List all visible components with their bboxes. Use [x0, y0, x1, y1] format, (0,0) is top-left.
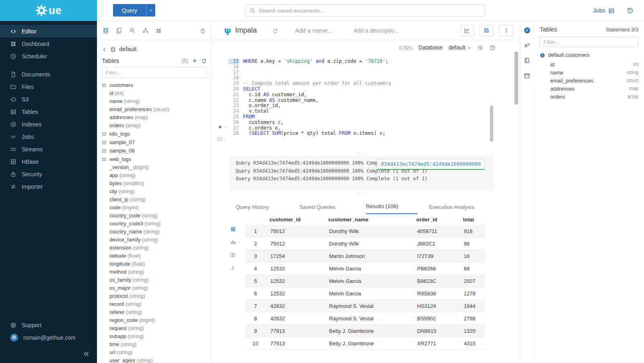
- assist-column-item[interactable]: country_code3 (string): [97, 220, 212, 228]
- query-name-field[interactable]: Add a name...: [295, 27, 333, 34]
- query-reload-button[interactable]: [272, 27, 278, 34]
- history-button[interactable]: [627, 7, 634, 14]
- table-row[interactable]: 175012Dorothy Wilk4056711918: [245, 225, 485, 237]
- assist-table-item-sample-08[interactable]: sample_08: [97, 146, 212, 155]
- assist-column-item[interactable]: method (string): [97, 268, 212, 276]
- query-description-field[interactable]: Add a descriptio...: [354, 27, 399, 34]
- assist-table-item-web-logs[interactable]: web_logs: [97, 155, 212, 163]
- table-row[interactable]: 742632Raymond S. VestalHS31241944: [245, 300, 485, 312]
- table-row[interactable]: 1077913Betty J. GiambroneXR27714315: [245, 337, 485, 350]
- assist-column-item[interactable]: orders (array): [97, 122, 212, 130]
- assist-column-item[interactable]: country_name (string): [97, 228, 212, 236]
- assistant-button[interactable]: [523, 27, 531, 34]
- documents-browser-button[interactable]: [116, 27, 122, 34]
- sidebar-item-indexes[interactable]: Indexes: [0, 118, 97, 130]
- snippet-settings-button[interactable]: [217, 135, 226, 142]
- code-line[interactable]: [243, 75, 520, 81]
- assist-column-item[interactable]: device_family (string): [97, 236, 212, 244]
- assist-column-item[interactable]: request (string): [97, 324, 212, 332]
- chart-view-button[interactable]: [230, 238, 240, 245]
- assist-column-item[interactable]: record (string): [97, 300, 212, 308]
- jobs-link[interactable]: Jobs: [593, 7, 615, 14]
- settings-button[interactable]: [477, 44, 484, 51]
- global-search[interactable]: [245, 4, 486, 16]
- assist-column-item[interactable]: code (tinyint): [97, 204, 212, 212]
- result-column-header-total[interactable]: total: [459, 217, 485, 223]
- sidebar-item-streams[interactable]: Streams: [0, 143, 97, 155]
- run-query-button[interactable]: [218, 123, 228, 130]
- sidebar-item-hbase[interactable]: HBase: [0, 155, 97, 168]
- breadcrumb-database[interactable]: default: [119, 46, 137, 52]
- table-row[interactable]: 842632Raymond S. VestalBS59022798: [245, 312, 485, 325]
- assist-column-item[interactable]: protocol (string): [97, 292, 212, 300]
- schedule-button[interactable]: [524, 72, 530, 79]
- code-line[interactable]: (SELECT SUM(price * qty) total FROM o.it…: [243, 131, 520, 136]
- chart-button[interactable]: [460, 25, 474, 36]
- assist-column-item[interactable]: os_family (string): [97, 276, 212, 284]
- breadcrumb-back-button[interactable]: [102, 46, 107, 52]
- right-filter[interactable]: [540, 37, 638, 47]
- result-column-header-customer-name[interactable]: customer_name: [324, 217, 412, 223]
- code-line[interactable]: [243, 70, 520, 76]
- assist-column-item[interactable]: name (string): [97, 97, 212, 105]
- assist-table-item-customers[interactable]: customers: [97, 81, 212, 89]
- assist-column-item[interactable]: email_preferences (struct): [97, 105, 212, 113]
- assist-column-item[interactable]: subapp (string): [97, 332, 212, 340]
- assist-column-item[interactable]: referer (string): [97, 308, 212, 316]
- help-button[interactable]: [490, 44, 496, 51]
- code-line[interactable]: c.name AS customer_name,: [243, 98, 520, 103]
- tab-results-106[interactable]: Results (106): [366, 203, 418, 214]
- table-row[interactable]: 977913Betty J. GiambroneDN88151320: [245, 325, 485, 337]
- code-content[interactable]: WHERE a.key = 'shipping' and a.zip_code …: [241, 59, 520, 150]
- assist-column-item[interactable]: _version_ (bigint): [97, 163, 212, 171]
- assist-column-item[interactable]: longitude (float): [97, 260, 212, 268]
- active-table-item[interactable]: default.customers: [540, 52, 638, 58]
- query-dropdown-button[interactable]: [146, 4, 155, 16]
- code-line[interactable]: c.orders o,: [243, 126, 520, 131]
- assist-column-item-email-preferences[interactable]: email_preferencesstruct: [540, 76, 638, 85]
- page-scrollbar[interactable]: [514, 52, 518, 105]
- assist-column-item[interactable]: bytes (smallint): [97, 179, 212, 188]
- assist-column-item-orders[interactable]: ordersarray: [540, 93, 638, 101]
- search-input[interactable]: [259, 8, 481, 14]
- code-line[interactable]: [243, 64, 520, 70]
- sidebar-user[interactable]: R romain@gethue.com: [0, 331, 97, 344]
- database-select[interactable]: default: [449, 44, 471, 51]
- result-column-header-order-id[interactable]: order_id: [412, 217, 459, 223]
- code-line[interactable]: c.id AS customer_id,: [243, 92, 520, 98]
- columns-toggle-button[interactable]: [230, 251, 236, 258]
- code-line[interactable]: v.total: [243, 109, 520, 114]
- assist-column-item[interactable]: url (string): [97, 349, 212, 357]
- tab-saved-queries[interactable]: Saved Queries: [300, 204, 335, 214]
- table-row[interactable]: 412532Melvin GarciaPB626868: [245, 262, 485, 275]
- functions-button[interactable]: x²: [525, 42, 529, 48]
- sidebar-item-importer[interactable]: Importer: [0, 180, 97, 193]
- code-line[interactable]: customers c,: [243, 120, 520, 126]
- code-line[interactable]: o.order_id,: [243, 103, 520, 109]
- assist-column-item[interactable]: addresses (map): [97, 113, 212, 122]
- apps-browser-button[interactable]: [156, 27, 162, 34]
- code-line[interactable]: FROM: [243, 114, 520, 120]
- table-row[interactable]: 612532Melvin GarciaR9S8381278: [245, 287, 485, 300]
- assist-column-item-name[interactable]: namestring: [540, 68, 638, 76]
- right-filter-input[interactable]: [543, 39, 635, 45]
- tables-filter-input[interactable]: [105, 70, 203, 76]
- assist-column-item[interactable]: city (string): [97, 188, 212, 196]
- refresh-tables-button[interactable]: [201, 57, 207, 64]
- sitemap-browser-button[interactable]: [142, 27, 149, 34]
- assist-column-item[interactable]: os_major (string): [97, 284, 212, 292]
- result-column-header-customer-id[interactable]: customer_id: [265, 217, 324, 223]
- table-row[interactable]: 317254Martin JohnsonI72T3918: [245, 250, 485, 262]
- table-row[interactable]: 512532Melvin GarciaB8623C2507: [245, 275, 485, 287]
- assist-column-item-id[interactable]: idint: [540, 60, 638, 68]
- assist-column-item[interactable]: country_code (string): [97, 212, 212, 220]
- code-editor[interactable]: 1516171819202122232425262728 WHERE a.key…: [212, 55, 520, 150]
- tab-query-history[interactable]: Query History: [236, 204, 269, 214]
- query-button[interactable]: Query: [113, 4, 146, 16]
- database-browser-button[interactable]: [103, 27, 109, 34]
- editor-scrollbar[interactable]: [490, 105, 493, 142]
- download-results-button[interactable]: [230, 264, 236, 271]
- sidebar-item-security[interactable]: Security: [0, 168, 97, 180]
- code-line[interactable]: SELECT: [243, 87, 520, 92]
- assist-column-item[interactable]: latitude (float): [97, 252, 212, 260]
